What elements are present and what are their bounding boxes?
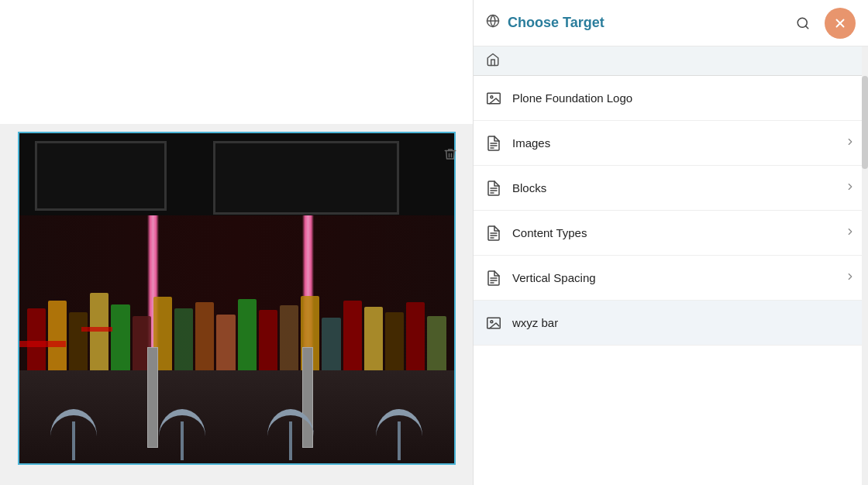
delete-button[interactable] — [439, 143, 461, 165]
menu-item-label: Blocks — [512, 181, 834, 194]
image-icon — [486, 92, 501, 105]
menu-list: Plone Foundation Logo Images — [474, 76, 868, 485]
svg-rect-6 — [487, 93, 501, 104]
scrollbar-track[interactable] — [862, 46, 868, 485]
menu-item-plone-foundation-logo[interactable]: Plone Foundation Logo — [474, 76, 868, 121]
bar-stool — [50, 409, 97, 463]
breadcrumb[interactable] — [474, 46, 868, 76]
menu-item-label: Content Types — [512, 226, 834, 239]
chevron-right-icon — [845, 136, 856, 150]
bar-stools — [19, 401, 454, 463]
panel-header: Choose Target — [474, 0, 868, 46]
scrollbar-thumb[interactable] — [862, 76, 868, 169]
tv-screen-right — [213, 141, 399, 215]
chevron-right-icon — [845, 271, 856, 284]
panel-title: Choose Target — [508, 15, 781, 31]
chevron-right-icon — [845, 226, 856, 239]
menu-item-content-types[interactable]: Content Types — [474, 211, 868, 256]
choose-target-panel: Choose Target — [473, 0, 868, 485]
document-icon — [486, 225, 501, 241]
chevron-right-icon — [845, 181, 856, 194]
shelf-area — [19, 215, 454, 370]
bar-image — [19, 133, 454, 463]
svg-rect-20 — [487, 318, 501, 328]
menu-item-label: wxyz bar — [512, 316, 856, 329]
home-icon[interactable] — [486, 53, 500, 70]
top-white-area — [0, 0, 473, 124]
search-button[interactable] — [789, 9, 817, 37]
menu-item-images[interactable]: Images — [474, 121, 868, 166]
image-icon — [486, 317, 501, 329]
tv-screen-left — [35, 141, 167, 211]
document-icon — [486, 270, 501, 286]
svg-point-21 — [491, 320, 493, 322]
bar-stool — [267, 409, 314, 463]
menu-item-blocks[interactable]: Blocks — [474, 166, 868, 211]
menu-item-wxyz-bar[interactable]: wxyz bar — [474, 301, 868, 346]
image-container — [18, 132, 456, 465]
bar-stool — [376, 409, 422, 463]
bottles-row — [19, 231, 454, 370]
close-button[interactable] — [825, 8, 856, 39]
svg-point-7 — [491, 95, 493, 98]
bar-counter — [19, 370, 454, 463]
document-icon — [486, 181, 501, 196]
menu-item-label: Plone Foundation Logo — [512, 91, 856, 105]
menu-item-label: Images — [512, 136, 834, 150]
document-icon — [486, 136, 501, 151]
svg-line-3 — [805, 26, 808, 28]
menu-item-vertical-spacing[interactable]: Vertical Spacing — [474, 256, 868, 301]
bar-stool — [159, 409, 205, 463]
link-icon — [486, 14, 500, 32]
menu-item-label: Vertical Spacing — [512, 271, 834, 284]
image-panel — [0, 0, 473, 485]
